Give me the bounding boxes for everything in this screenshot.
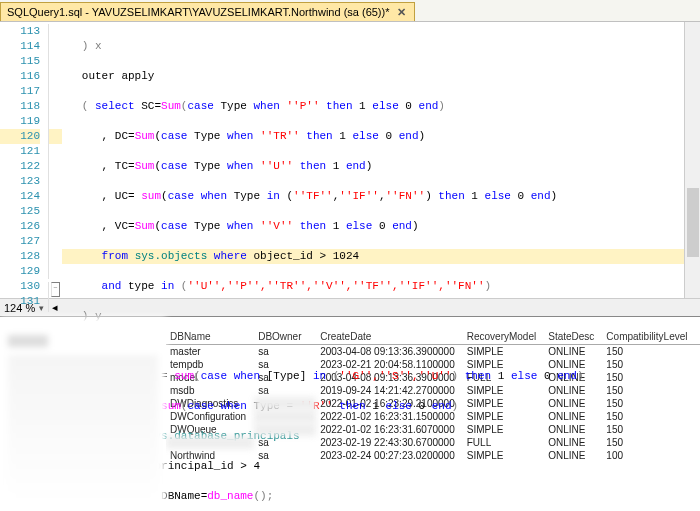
line-number: 123 — [0, 174, 40, 189]
code-area[interactable]: ) x outer apply ( select SC=Sum(case Typ… — [62, 22, 700, 298]
code-line: , UC= sum(case when Type in (''TF'',''IF… — [62, 189, 700, 204]
line-number: 121 — [0, 144, 40, 159]
line-number: 128 — [0, 249, 40, 264]
code-line: , TC=Sum(case Type when ''U'' then 1 end… — [62, 159, 700, 174]
line-number: 117 — [0, 84, 40, 99]
line-number: 126 — [0, 219, 40, 234]
table-cell: xxxxxxxxxx — [166, 436, 254, 449]
line-number: 118 — [0, 99, 40, 114]
line-number: 113 — [0, 24, 40, 39]
close-icon[interactable]: ✕ — [395, 6, 408, 19]
line-number: 114 — [0, 39, 40, 54]
tab-bar: SQLQuery1.sql - YAVUZSELIMKART\YAVUZSELI… — [0, 0, 700, 22]
editor-tab[interactable]: SQLQuery1.sql - YAVUZSELIMKART\YAVUZSELI… — [0, 2, 415, 21]
fold-toggle-icon[interactable]: – — [51, 282, 60, 297]
line-number: 130 — [0, 279, 40, 294]
line-number: 119 — [0, 114, 40, 129]
line-number: 129 — [0, 264, 40, 279]
line-number: 124 — [0, 189, 40, 204]
line-number: 122 — [0, 159, 40, 174]
line-number: 127 — [0, 234, 40, 249]
code-editor[interactable]: 113 114 115 116 117 118 119 120 121 122 … — [0, 22, 700, 298]
code-folding-gutter: – — [48, 22, 62, 298]
vertical-scrollbar[interactable] — [684, 22, 700, 298]
line-number: 116 — [0, 69, 40, 84]
table-cell: xxxxxxxxxx — [254, 410, 316, 423]
scroll-thumb[interactable] — [687, 188, 699, 257]
line-number: 120 — [0, 129, 40, 144]
line-number: 131 — [0, 294, 40, 309]
table-cell: xxxxxxxxxx — [254, 397, 316, 410]
tab-title: SQLQuery1.sql - YAVUZSELIMKART\YAVUZSELI… — [7, 6, 389, 18]
line-number: 115 — [0, 54, 40, 69]
code-line: , VC=Sum(case Type when ''V'' then 1 els… — [62, 219, 700, 234]
results-sidebar — [0, 317, 166, 511]
table-cell: xxxxxxxxxx — [254, 423, 316, 436]
line-number: 125 — [0, 204, 40, 219]
code-line: , DC=Sum(case Type when ''TR'' then 1 el… — [62, 129, 700, 144]
line-number-gutter: 113 114 115 116 117 118 119 120 121 122 … — [0, 22, 48, 298]
